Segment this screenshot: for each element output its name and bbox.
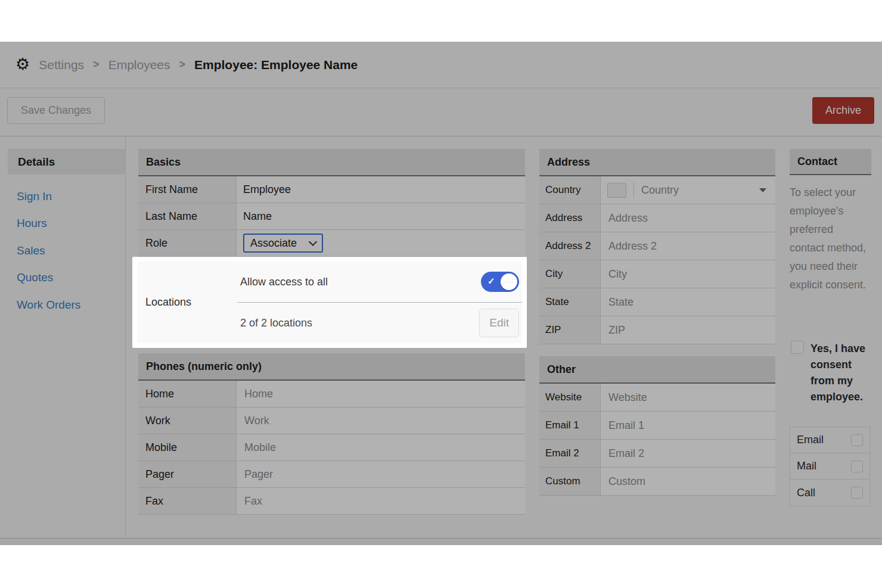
custom-input[interactable] (607, 475, 769, 489)
consent-label: Yes, I have consent from my employee. (810, 341, 871, 405)
zip-label: ZIP (539, 316, 601, 344)
method-email-checkbox[interactable] (851, 434, 863, 446)
work-phone-input[interactable] (243, 414, 518, 428)
mobile-phone-label: Mobile (138, 434, 237, 461)
address2-input[interactable] (607, 239, 769, 253)
table-row: Email 2 (539, 440, 775, 468)
email2-label: Email 2 (539, 440, 601, 467)
table-row: Email 1 (539, 412, 775, 440)
address-input[interactable] (607, 211, 769, 225)
country-flag-checkbox[interactable] (607, 183, 626, 198)
breadcrumb-employees[interactable]: Employees (108, 58, 170, 72)
sidebar-item-quotes[interactable]: Quotes (17, 270, 53, 285)
email2-input[interactable] (607, 447, 769, 461)
address-label: Address (539, 204, 601, 232)
toggle-knob: ···· (501, 273, 517, 290)
first-name-field[interactable]: Employee (243, 183, 291, 196)
phones-header: Phones (numeric only) (138, 353, 525, 381)
bottom-strip (0, 538, 882, 545)
method-email-label: Email (797, 434, 824, 446)
role-select[interactable]: Associate (243, 234, 323, 253)
content-top-border (0, 136, 882, 136)
contact-title: Contact (797, 155, 837, 168)
contact-description: To select your employee's preferred cont… (790, 183, 868, 294)
breadcrumb: ⚙ Settings > Employees > Employee: Emplo… (0, 42, 882, 88)
table-row: Home (138, 381, 525, 407)
table-row: Address 2 (539, 232, 775, 260)
locations-summary: 2 of 2 locations (240, 317, 312, 329)
chevron-right-icon: > (93, 58, 100, 71)
last-name-field[interactable]: Name (243, 210, 272, 223)
table-row: Role Associate (138, 230, 525, 257)
table-row: ZIP (539, 316, 775, 344)
address-header: Address (539, 149, 775, 176)
other-title: Other (547, 363, 576, 376)
table-row: Custom (539, 468, 775, 496)
actions-bar: Save Changes Archive (0, 88, 882, 136)
method-call-checkbox[interactable] (851, 487, 863, 499)
contact-methods-table: Email Mail Call (790, 427, 870, 506)
website-label: Website (539, 384, 601, 411)
sidebar-item-hours[interactable]: Hours (17, 216, 47, 231)
method-mail-label: Mail (797, 460, 816, 472)
website-input[interactable] (607, 391, 769, 405)
allow-access-row: Allow access to all ✓ ···· (237, 262, 522, 302)
email1-label: Email 1 (539, 412, 601, 439)
phones-section: Phones (numeric only) Home Work Mobile P… (138, 353, 525, 515)
last-name-label: Last Name (138, 203, 237, 229)
save-changes-button[interactable]: Save Changes (7, 97, 105, 124)
phones-title: Phones (numeric only) (146, 360, 262, 373)
mobile-phone-input[interactable] (243, 441, 518, 455)
country-label: Country (539, 176, 601, 204)
address2-label: Address 2 (539, 232, 601, 260)
sidebar-item-sign-in[interactable]: Sign In (17, 189, 52, 204)
table-row: Address (539, 204, 775, 232)
consent-checkbox[interactable] (791, 341, 804, 354)
state-label: State (539, 288, 601, 316)
edit-locations-button[interactable]: Edit (479, 309, 519, 337)
sidebar-item-sales[interactable]: Sales (17, 243, 45, 259)
grip-dots-icon: ···· (505, 279, 514, 285)
employee-settings-page: ⚙ Settings > Employees > Employee: Emplo… (0, 42, 882, 545)
role-value: Associate (250, 237, 297, 250)
sidebar-item-work-orders[interactable]: Work Orders (17, 297, 80, 313)
address-section: Address Country Country Address Address … (539, 149, 775, 344)
method-call-label: Call (797, 487, 815, 499)
pager-phone-input[interactable] (243, 468, 518, 481)
home-phone-input[interactable] (243, 387, 518, 401)
locations-highlight: Locations Allow access to all ✓ ···· 2 o… (132, 257, 527, 348)
contact-section: Contact To select your employee's prefer… (790, 149, 871, 538)
locations-summary-row: 2 of 2 locations Edit (237, 303, 522, 343)
table-row: Fax (138, 488, 525, 515)
breadcrumb-settings[interactable]: Settings (39, 58, 84, 72)
city-input[interactable] (607, 267, 769, 281)
table-row: City (539, 260, 775, 288)
work-phone-label: Work (138, 407, 237, 434)
zip-input[interactable] (607, 323, 769, 337)
email1-input[interactable] (607, 419, 769, 433)
table-row: Mobile (138, 434, 525, 461)
custom-label: Custom (539, 468, 601, 495)
chevron-down-icon (309, 237, 317, 245)
table-row: Last Name Name (138, 203, 525, 230)
table-row: Website (539, 384, 775, 412)
allow-access-toggle[interactable]: ✓ ···· (481, 272, 519, 292)
address-title: Address (547, 156, 590, 169)
method-mail-checkbox[interactable] (851, 461, 863, 472)
basics-title: Basics (146, 156, 181, 169)
first-name-label: First Name (138, 176, 237, 203)
divider (633, 182, 634, 198)
country-select-value[interactable]: Country (641, 184, 759, 197)
sidebar-item-details[interactable]: Details (8, 149, 125, 175)
chevron-right-icon: > (179, 58, 186, 71)
list-item: Mail (790, 453, 869, 480)
locations-label: Locations (137, 262, 237, 343)
list-item: Email (790, 427, 869, 453)
archive-button[interactable]: Archive (812, 97, 874, 124)
fax-phone-label: Fax (138, 488, 237, 514)
role-label: Role (138, 230, 237, 256)
fax-phone-input[interactable] (243, 494, 518, 508)
sidebar-divider (125, 136, 126, 538)
state-input[interactable] (607, 295, 769, 309)
check-icon: ✓ (487, 276, 495, 287)
